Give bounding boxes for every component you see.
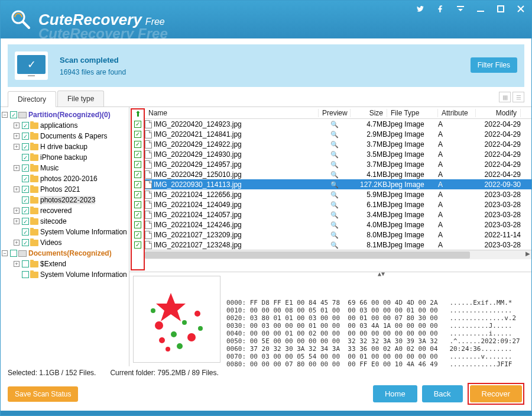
preview-magnifier-icon[interactable]: 🔍 bbox=[330, 211, 339, 218]
preview-magnifier-icon[interactable]: 🔍 bbox=[330, 191, 339, 198]
home-button[interactable]: Home bbox=[373, 385, 417, 402]
expand-toggle[interactable] bbox=[14, 176, 20, 182]
file-checkbox[interactable]: ✓ bbox=[134, 231, 141, 238]
checkbox[interactable]: ✓ bbox=[22, 122, 29, 129]
tree-folder-node[interactable]: System Volume Information bbox=[1, 269, 129, 280]
tree-folder-node[interactable]: +✓Music bbox=[1, 163, 129, 173]
file-checkbox[interactable]: ✓ bbox=[134, 221, 141, 228]
folder-label[interactable]: sitecode bbox=[40, 217, 67, 225]
twitter-icon[interactable] bbox=[416, 4, 425, 14]
preview-magnifier-icon[interactable]: 🔍 bbox=[330, 121, 339, 128]
tab-directory[interactable]: Directory bbox=[8, 91, 56, 107]
tree-folder-node[interactable]: +✓Videos bbox=[1, 237, 129, 248]
file-checkbox[interactable]: ✓ bbox=[134, 201, 141, 208]
file-checkbox[interactable]: ✓ bbox=[134, 171, 141, 178]
recover-button[interactable]: Recover bbox=[470, 385, 522, 402]
tree-folder-node[interactable]: ✓photos2022-2023 bbox=[1, 195, 129, 205]
checkbox[interactable] bbox=[22, 271, 29, 278]
folder-label[interactable]: photos 2020-2016 bbox=[40, 175, 98, 183]
expand-toggle[interactable] bbox=[14, 272, 20, 278]
col-modify[interactable]: Modify bbox=[476, 109, 521, 117]
folder-label[interactable]: H drive backup bbox=[40, 143, 87, 151]
col-type[interactable]: File Type bbox=[387, 109, 438, 117]
expand-toggle[interactable]: + bbox=[14, 261, 20, 267]
file-row[interactable]: IMG_20221024_124057.jpg🔍3.4MBJpeg ImageA… bbox=[145, 209, 531, 220]
expand-toggle[interactable] bbox=[14, 229, 20, 235]
tree-folder-node[interactable]: +✓sitecode bbox=[1, 216, 129, 227]
preview-magnifier-icon[interactable]: 🔍 bbox=[330, 151, 339, 158]
facebook-icon[interactable] bbox=[436, 4, 445, 14]
expand-toggle[interactable]: + bbox=[14, 240, 20, 246]
file-row[interactable]: IMG_20221027_123248.jpg🔍8.1MBJpeg ImageA… bbox=[145, 240, 531, 250]
scroll-right-icon[interactable]: ▶ bbox=[525, 250, 530, 257]
tree-folder-node[interactable]: +✓applications bbox=[1, 120, 129, 131]
file-checkbox[interactable]: ✓ bbox=[134, 191, 141, 198]
preview-magnifier-icon[interactable]: 🔍 bbox=[330, 131, 339, 138]
tree-folder-node[interactable]: +✓Photos 2021 bbox=[1, 184, 129, 195]
file-row[interactable]: IMG_20221027_123209.jpg🔍8.0MBJpeg ImageA… bbox=[145, 230, 531, 240]
preview-magnifier-icon[interactable]: 🔍 bbox=[330, 171, 339, 178]
file-row[interactable]: IMG_20220429_124930.jpg🔍3.5MBJpeg ImageA… bbox=[145, 149, 531, 159]
file-checkbox[interactable]: ✓ bbox=[134, 131, 141, 138]
folder-label[interactable]: iPhone backup bbox=[40, 153, 87, 162]
tree-folder-node[interactable]: +$Extend bbox=[1, 259, 129, 269]
documents-node[interactable]: Documents(Recognized) bbox=[28, 249, 112, 257]
tree-folder-node[interactable]: +✓Documents & Papers bbox=[1, 131, 129, 141]
checkbox[interactable]: ✓ bbox=[22, 228, 29, 236]
folder-label[interactable]: Documents & Papers bbox=[40, 132, 107, 140]
file-row[interactable]: IMG_20220420_124923.jpg🔍4.7MBJpeg ImageA… bbox=[145, 119, 531, 129]
checkbox[interactable]: ✓ bbox=[22, 165, 29, 172]
preview-magnifier-icon[interactable]: 🔍 bbox=[330, 181, 339, 188]
file-row[interactable]: IMG_20221024_122656.jpg🔍5.9MBJpeg ImageA… bbox=[145, 189, 531, 199]
checkbox[interactable]: ✓ bbox=[22, 239, 29, 246]
preview-magnifier-icon[interactable]: 🔍 bbox=[330, 241, 339, 249]
expand-toggle[interactable] bbox=[14, 197, 20, 203]
tree-folder-node[interactable]: +✓H drive backup bbox=[1, 141, 129, 152]
tree-folder-node[interactable]: +✓recovered bbox=[1, 205, 129, 216]
file-checkbox[interactable]: ✓ bbox=[134, 211, 141, 218]
up-arrow-icon[interactable]: ⬆ bbox=[132, 109, 144, 119]
checkbox[interactable] bbox=[22, 260, 29, 267]
minimize-icon[interactable] bbox=[476, 4, 485, 14]
preview-magnifier-icon[interactable]: 🔍 bbox=[330, 231, 339, 238]
horizontal-scrollbar[interactable]: ▶ bbox=[145, 250, 531, 259]
file-row[interactable]: IMG_20220421_124841.jpg🔍2.9MBJpeg ImageA… bbox=[145, 129, 531, 139]
checkbox[interactable]: ✓ bbox=[22, 175, 29, 182]
col-name[interactable]: Name bbox=[145, 109, 319, 117]
folder-label[interactable]: photos2022-2023 bbox=[40, 196, 95, 204]
col-size[interactable]: Size bbox=[351, 109, 387, 117]
expand-toggle[interactable]: − bbox=[2, 250, 8, 256]
file-checkbox[interactable]: ✓ bbox=[134, 151, 141, 158]
folder-label[interactable]: $Extend bbox=[40, 260, 66, 268]
folder-label[interactable]: Videos bbox=[40, 238, 61, 247]
menu-dropdown-icon[interactable] bbox=[456, 4, 465, 14]
checkbox[interactable]: ✓ bbox=[22, 218, 29, 225]
tree-folder-node[interactable]: ✓iPhone backup bbox=[1, 152, 129, 163]
preview-magnifier-icon[interactable]: 🔍 bbox=[330, 161, 339, 168]
checkbox[interactable]: ✓ bbox=[22, 154, 29, 161]
file-row[interactable]: IMG_20220930_114113.jpg🔍127.2KBJpeg Imag… bbox=[145, 179, 531, 189]
expand-toggle[interactable] bbox=[14, 154, 20, 160]
partition-node[interactable]: Partition(Recognized)(0) bbox=[28, 111, 111, 119]
folder-label[interactable]: Music bbox=[40, 164, 59, 172]
view-list-icon[interactable]: ☰ bbox=[512, 92, 524, 102]
file-row[interactable]: IMG_20220429_124957.jpg🔍3.7MBJpeg ImageA… bbox=[145, 159, 531, 169]
file-row[interactable]: IMG_20220429_124922.jpg🔍3.7MBJpeg ImageA… bbox=[145, 139, 531, 149]
checkbox[interactable]: ✓ bbox=[22, 207, 29, 214]
expand-toggle[interactable]: + bbox=[14, 186, 20, 192]
preview-magnifier-icon[interactable]: 🔍 bbox=[330, 221, 339, 228]
file-row[interactable]: IMG_20220429_125010.jpg🔍4.1MBJpeg ImageA… bbox=[145, 169, 531, 179]
file-checkbox[interactable]: ✓ bbox=[134, 161, 141, 168]
tree-folder-node[interactable]: ✓photos 2020-2016 bbox=[1, 173, 129, 184]
folder-label[interactable]: applications bbox=[40, 121, 77, 130]
checkbox[interactable]: ✓ bbox=[22, 133, 29, 140]
view-grid-icon[interactable]: ▦ bbox=[499, 92, 511, 102]
splitter-handle-icon[interactable]: ▲▼ bbox=[378, 272, 385, 277]
checkbox[interactable]: ✓ bbox=[22, 186, 29, 193]
tree-folder-node[interactable]: ✓System Volume Information bbox=[1, 227, 129, 237]
folder-label[interactable]: System Volume Information bbox=[40, 270, 127, 279]
expand-toggle[interactable]: + bbox=[14, 144, 20, 150]
close-icon[interactable] bbox=[516, 4, 525, 14]
checkbox[interactable]: ✓ bbox=[22, 196, 29, 204]
filter-files-button[interactable]: Filter Files bbox=[471, 57, 517, 73]
